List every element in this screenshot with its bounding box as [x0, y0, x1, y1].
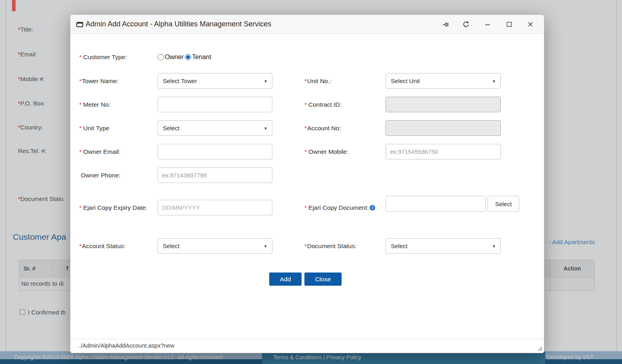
refresh-button[interactable] — [461, 19, 471, 30]
chevron-down-icon — [264, 126, 268, 130]
dialog-statusbar: ../Admin/AlphaAddAccount.aspx?new — [70, 339, 544, 353]
required-asterisk: * — [79, 54, 82, 61]
pin-icon — [442, 21, 449, 28]
required-asterisk: * — [79, 148, 82, 155]
dialog-titlebar[interactable]: Admin Add Account - Alpha Utilities Mana… — [70, 15, 544, 34]
required-asterisk: * — [304, 148, 307, 155]
unit-type-select[interactable]: Select — [158, 120, 272, 136]
ejari-expiry-label: *Ejari Copy Expiry Date: — [79, 200, 147, 215]
minimize-button[interactable] — [482, 19, 493, 30]
dialog-title: Admin Add Account - Alpha Utilities Mana… — [86, 15, 271, 34]
document-status-select[interactable]: Select — [386, 238, 501, 254]
add-button[interactable]: Add — [269, 273, 302, 286]
contract-id-label: *Contract ID: — [304, 97, 342, 112]
owner-email-label: *Owner Email: — [79, 144, 120, 159]
meter-no-label: *Meter No: — [79, 97, 110, 112]
close-button[interactable] — [525, 19, 536, 30]
pin-button[interactable] — [440, 19, 451, 30]
ejari-expiry-date-input[interactable] — [158, 200, 272, 215]
maximize-button[interactable] — [504, 19, 514, 30]
required-asterisk: * — [304, 125, 307, 132]
owner-radio[interactable] — [158, 54, 164, 60]
required-asterisk: * — [79, 78, 82, 85]
chevron-down-icon — [264, 79, 268, 83]
customer-type-radio-group: Owner Tenant — [158, 50, 212, 64]
account-status-label: *Account Status: — [79, 238, 126, 254]
page: *Title: *Email: *Mobile #: *P.O. Box: *C… — [0, 0, 622, 364]
chevron-down-icon — [492, 79, 496, 83]
refresh-icon — [462, 21, 470, 28]
dialog-url-text: ../Admin/AlphaAddAccount.aspx?new — [78, 339, 174, 352]
unit-type-label: *Unit Type — [79, 120, 109, 136]
window-icon — [76, 22, 83, 27]
resize-grip[interactable] — [537, 346, 542, 351]
owner-phone-input[interactable] — [158, 167, 272, 183]
tower-name-select[interactable]: Select Tower — [158, 73, 272, 89]
required-asterisk: * — [79, 101, 82, 108]
ejari-document-label: *Ejari Copy Document: — [304, 200, 375, 215]
unit-no-select[interactable]: Select Unit — [386, 73, 501, 89]
required-asterisk: * — [304, 78, 307, 85]
required-asterisk: * — [304, 204, 307, 211]
document-status-label: *Document Status: — [304, 238, 356, 254]
account-status-select[interactable]: Select — [158, 238, 272, 254]
owner-mobile-label: *Owner Mobile: — [304, 144, 348, 159]
owner-phone-label: Owner Phone: — [79, 167, 120, 183]
unit-no-label: *Unit No.: — [304, 73, 331, 89]
chevron-down-icon — [264, 244, 268, 248]
tenant-radio[interactable] — [185, 54, 191, 60]
required-asterisk: * — [304, 243, 307, 250]
minimize-icon — [484, 21, 491, 28]
customer-type-label: *Customer Type: — [79, 50, 127, 64]
ejari-document-select-button[interactable]: Select — [488, 196, 519, 212]
chevron-down-icon — [492, 244, 496, 248]
owner-mobile-input[interactable] — [386, 144, 501, 159]
required-asterisk: * — [79, 243, 82, 250]
close-dialog-button[interactable]: Close — [304, 273, 342, 286]
required-asterisk: * — [304, 101, 307, 108]
owner-email-input[interactable] — [158, 144, 272, 159]
required-asterisk: * — [79, 204, 82, 211]
required-asterisk: * — [79, 125, 82, 132]
tenant-radio-label[interactable]: Tenant — [192, 54, 211, 61]
owner-radio-label[interactable]: Owner — [165, 54, 184, 61]
tower-name-label: *Tower Name: — [79, 73, 118, 89]
meter-no-input[interactable] — [158, 97, 272, 112]
admin-add-account-dialog: Admin Add Account - Alpha Utilities Mana… — [70, 14, 544, 353]
account-no-input — [386, 120, 501, 136]
contract-id-input — [386, 97, 501, 112]
close-icon — [527, 21, 534, 28]
account-no-label: *Account No: — [304, 120, 341, 136]
ejari-document-input[interactable] — [386, 196, 486, 212]
maximize-icon — [506, 21, 512, 28]
info-icon — [370, 205, 375, 211]
